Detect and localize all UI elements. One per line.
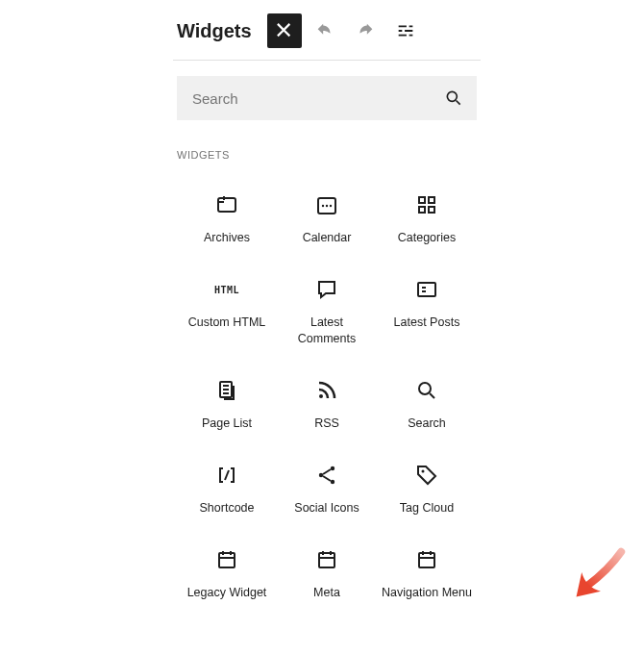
section-label: WIDGETS: [177, 149, 477, 161]
panel-header: Widgets: [173, 13, 481, 61]
widget-label: Categories: [398, 230, 456, 245]
widget-item-categories[interactable]: Categories: [377, 178, 477, 259]
widget-item-latest-comments[interactable]: Latest Comments: [277, 263, 377, 360]
widget-label: Shortcode: [200, 500, 255, 516]
rss-icon: [313, 377, 340, 404]
widget-label: Custom HTML: [188, 315, 266, 330]
widget-item-social-icons[interactable]: Social Icons: [277, 448, 377, 529]
archives-icon: [213, 191, 240, 218]
panel-title: Widgets: [177, 20, 252, 42]
annotation-arrow: [545, 516, 644, 628]
search-icon: [444, 88, 463, 108]
pages-icon: [213, 377, 240, 404]
widget-item-custom-html[interactable]: HTMLCustom HTML: [177, 263, 277, 360]
share-icon: [313, 462, 340, 489]
widget-label: RSS: [314, 416, 339, 431]
post-list-icon: [413, 276, 440, 303]
search-bar: [177, 76, 477, 120]
widget-item-shortcode[interactable]: Shortcode: [177, 448, 277, 529]
widget-item-rss[interactable]: RSS: [277, 364, 377, 444]
widget-label: Social Icons: [294, 500, 359, 516]
widgets-grid: ArchivesCalendarCategoriesHTMLCustom HTM…: [177, 178, 477, 615]
widget-label: Tag Cloud: [400, 500, 454, 516]
options-button[interactable]: [388, 13, 423, 48]
calendar-icon: [313, 191, 340, 218]
widget-label: Page List: [202, 416, 252, 431]
options-icon: [395, 20, 416, 41]
html-text-icon: HTML: [213, 276, 240, 303]
categories-icon: [413, 191, 440, 218]
widget-label: Latest Comments: [281, 315, 373, 346]
widget-item-page-list[interactable]: Page List: [177, 364, 277, 444]
comment-icon: [313, 276, 340, 303]
widget-label: Navigation Menu: [382, 585, 472, 600]
widget-item-tag-cloud[interactable]: Tag Cloud: [377, 448, 477, 529]
widget-item-calendar[interactable]: Calendar: [277, 178, 377, 259]
redo-button[interactable]: [348, 13, 383, 48]
widget-label: Latest Posts: [394, 315, 460, 330]
widget-label: Meta: [313, 585, 340, 600]
undo-icon: [314, 20, 335, 41]
widget-item-search[interactable]: Search: [377, 364, 477, 444]
widget-item-meta[interactable]: Meta: [277, 533, 377, 614]
close-icon: [274, 20, 295, 41]
widget-item-legacy-widget[interactable]: Legacy Widget: [177, 533, 277, 614]
widget-label: Archives: [204, 230, 250, 245]
block-inserter-panel: Widgets WIDGETS ArchivesCalendarCategori…: [173, 0, 481, 615]
widget-item-archives[interactable]: Archives: [177, 178, 277, 259]
legacy-icon: [313, 546, 340, 573]
search-icon: [413, 377, 440, 404]
legacy-icon: [413, 546, 440, 573]
widget-label: Legacy Widget: [187, 585, 267, 600]
shortcode-icon: [213, 462, 240, 489]
widget-item-latest-posts[interactable]: Latest Posts: [377, 263, 477, 360]
close-button[interactable]: [267, 13, 302, 48]
widget-label: Search: [408, 416, 446, 431]
widget-item-navigation-menu[interactable]: Navigation Menu: [377, 533, 477, 614]
tag-icon: [413, 462, 440, 489]
search-input[interactable]: [190, 89, 444, 108]
widget-label: Calendar: [303, 230, 352, 245]
legacy-icon: [213, 546, 240, 573]
redo-icon: [355, 20, 376, 41]
undo-button[interactable]: [308, 13, 342, 48]
